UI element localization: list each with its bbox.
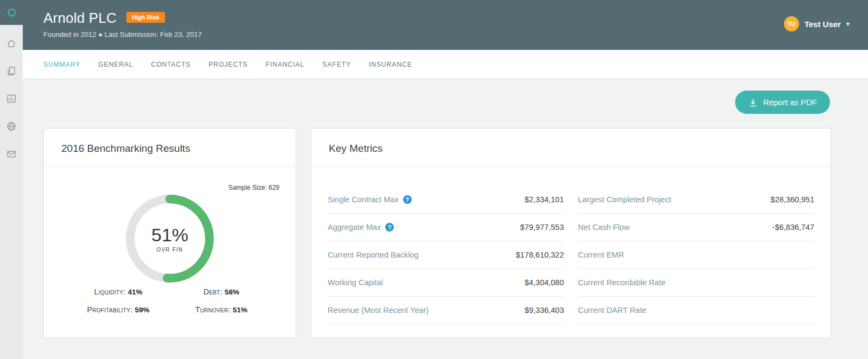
benchmark-stats: Liquidity:41% Debt:58% Profitability:59%… [44, 287, 296, 315]
metric-label: Current DART Rate [578, 306, 647, 315]
tab-bar: SUMMARY GENERAL CONTACTS PROJECTS FINANC… [23, 50, 868, 79]
stat-liquidity: Liquidity:41% [67, 287, 170, 297]
metric-value: $28,360,951 [770, 195, 814, 204]
sidebar-nav [0, 29, 23, 168]
sidebar-item-network[interactable] [0, 112, 23, 140]
download-icon [748, 98, 758, 107]
main-content: Report as PDF 2016 Benchmarking Results … [23, 79, 868, 359]
sidebar [0, 0, 23, 359]
key-metrics-right-column: Largest Completed Project $28,360,951 Ne… [578, 186, 815, 324]
tab-safety[interactable]: SAFETY [322, 61, 351, 68]
donut-sublabel: OVR FIN [157, 247, 183, 253]
metric-label: Revenue (Most Recent Year) [328, 306, 429, 315]
stat-turnover: Turnover:51% [170, 305, 273, 315]
metric-row-current-dart-rate: Current DART Rate [578, 297, 815, 324]
metric-row-single-contract-max: Single Contract Max ? $2,334,101 [328, 186, 564, 214]
risk-badge: High Risk [126, 12, 165, 23]
company-name: Arnold PLC [43, 10, 117, 27]
metric-row-aggregate-max: Aggregate Max ? $79,977,553 [328, 214, 564, 241]
mail-icon [6, 149, 17, 159]
tab-contacts[interactable]: CONTACTS [151, 61, 190, 68]
sidebar-item-benchmarks[interactable] [0, 85, 23, 112]
tab-summary[interactable]: SUMMARY [43, 61, 80, 68]
home-icon [6, 38, 17, 49]
sidebar-item-home[interactable] [0, 29, 23, 57]
metric-row-revenue: Revenue (Most Recent Year) $9,336,403 [328, 297, 564, 324]
metric-label: Current Recordable Rate [578, 278, 666, 287]
metric-row-current-emr: Current EMR [578, 241, 815, 269]
key-metrics-title: Key Metrics [311, 129, 831, 167]
documents-icon [6, 66, 17, 76]
key-metrics-card: Key Metrics Single Contract Max ? $2,334… [311, 128, 831, 338]
report-pdf-label: Report as PDF [763, 98, 817, 107]
sidebar-item-documents[interactable] [0, 57, 23, 85]
metric-label-text: Single Contract Max [328, 195, 399, 204]
help-icon[interactable]: ? [385, 223, 394, 232]
avatar: TU [784, 16, 799, 31]
metric-value: -$6,836,747 [773, 223, 814, 232]
header-subtitle: Founded in 2012 ● Last Submission: Feb 2… [43, 30, 868, 39]
benchmark-donut-chart: 51% OVR FIN [125, 194, 214, 283]
app-logo[interactable] [0, 0, 23, 25]
sidebar-item-messages[interactable] [0, 140, 23, 168]
tab-insurance[interactable]: INSURANCE [369, 61, 412, 68]
donut-percent: 51% [151, 225, 188, 246]
donut-center: 51% OVR FIN [125, 194, 214, 283]
header: Arnold PLC High Risk Founded in 2012 ● L… [23, 0, 868, 50]
key-metrics-grid: Single Contract Max ? $2,334,101 Aggrega… [328, 186, 814, 324]
metric-label: Current EMR [578, 251, 624, 259]
bar-chart-icon [6, 93, 17, 104]
report-pdf-button[interactable]: Report as PDF [735, 91, 830, 114]
metric-label-text: Aggregate Max [328, 223, 381, 232]
metric-label: Single Contract Max ? [328, 195, 412, 204]
metric-row-net-cash-flow: Net Cash Flow -$6,836,747 [578, 214, 815, 241]
tab-general[interactable]: GENERAL [98, 61, 133, 68]
metric-value: $9,336,403 [525, 306, 564, 315]
benchmarking-title: 2016 Benchmarking Results [44, 129, 296, 167]
globe-icon [6, 121, 17, 132]
metric-value: $79,977,553 [520, 223, 564, 232]
key-metrics-left-column: Single Contract Max ? $2,334,101 Aggrega… [328, 186, 564, 324]
sample-size: Sample Size: 629 [228, 184, 279, 191]
metric-label: Net Cash Flow [578, 223, 630, 232]
metric-label: Working Capital [328, 278, 383, 287]
stat-debt: Debt:58% [170, 287, 273, 297]
metric-row-working-capital: Working Capital $4,304,080 [328, 269, 564, 297]
metric-row-largest-completed-project: Largest Completed Project $28,360,951 [578, 186, 815, 214]
tab-financial[interactable]: FINANCIAL [266, 61, 305, 68]
app-logo-icon [5, 7, 17, 18]
metric-value: $2,334,101 [525, 195, 564, 204]
metric-label: Largest Completed Project [578, 195, 672, 204]
metric-label: Current Reported Backlog [328, 251, 419, 259]
metric-row-current-reported-backlog: Current Reported Backlog $178,610,322 [328, 241, 564, 269]
metric-value: $178,610,322 [516, 251, 564, 259]
help-icon[interactable]: ? [403, 195, 412, 204]
metric-value: $4,304,080 [525, 278, 564, 287]
user-name: Test User [805, 20, 841, 29]
metric-row-current-recordable-rate: Current Recordable Rate [578, 269, 815, 297]
metric-label: Aggregate Max ? [328, 223, 394, 232]
user-menu[interactable]: TU Test User ▾ [784, 16, 850, 31]
benchmarking-card: 2016 Benchmarking Results Sample Size: 6… [43, 128, 296, 338]
chevron-down-icon: ▾ [846, 20, 850, 28]
tab-projects[interactable]: PROJECTS [209, 61, 248, 68]
stat-profitability: Profitability:59% [67, 305, 170, 315]
